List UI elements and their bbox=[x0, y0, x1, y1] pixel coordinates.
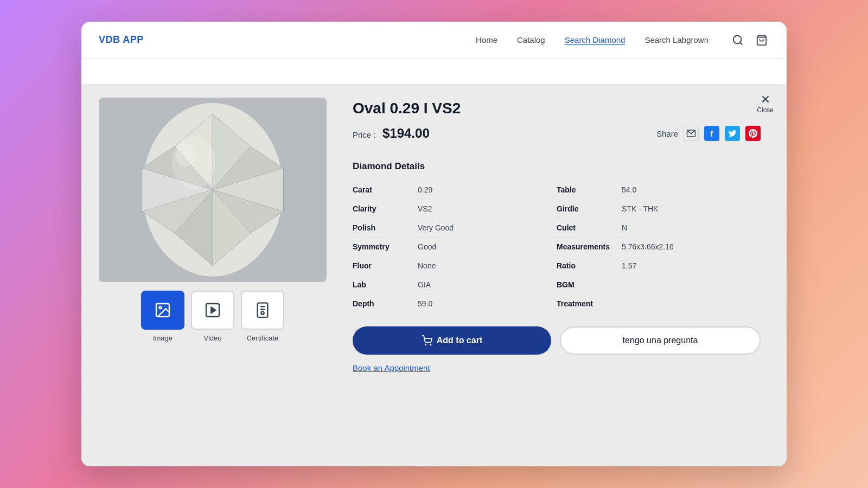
svg-point-23 bbox=[159, 306, 161, 309]
detail-clarity-label: Clarity bbox=[353, 204, 418, 213]
detail-table: Table 54.0 bbox=[557, 181, 761, 200]
details-grid: Carat 0.29 Clarity VS2 Polish Very Good bbox=[353, 181, 761, 313]
detail-bgm: BGM bbox=[557, 275, 761, 294]
share-label: Share bbox=[656, 129, 678, 138]
tab-image-btn[interactable] bbox=[141, 291, 184, 330]
diamond-title: Oval 0.29 I VS2 bbox=[353, 100, 761, 117]
diamond-image-svg bbox=[99, 98, 327, 282]
svg-point-31 bbox=[425, 344, 426, 345]
detail-polish-label: Polish bbox=[353, 223, 418, 232]
tab-image-label: Image bbox=[153, 334, 173, 342]
tab-certificate[interactable]: Certificate bbox=[241, 291, 284, 342]
detail-carat-label: Carat bbox=[353, 185, 418, 194]
media-tabs: Image Video bbox=[141, 291, 284, 342]
share-email-icon[interactable] bbox=[684, 126, 699, 141]
detail-fluor: Fluor None bbox=[353, 256, 557, 275]
detail-table-label: Table bbox=[557, 185, 622, 194]
tab-video[interactable]: Video bbox=[191, 291, 234, 342]
product-content: Image Video bbox=[81, 85, 787, 466]
detail-fluor-value: None bbox=[418, 261, 436, 270]
share-pinterest-icon[interactable] bbox=[745, 126, 761, 141]
detail-ratio-value: 1.57 bbox=[622, 261, 636, 270]
appointment-link[interactable]: Book an Appointment bbox=[353, 363, 430, 373]
action-row: Add to cart tengo una pregunta bbox=[353, 326, 761, 355]
detail-measurements: Measurements 5.76x3.66x2.16 bbox=[557, 237, 761, 256]
detail-culet-label: Culet bbox=[557, 223, 622, 232]
tab-video-btn[interactable] bbox=[191, 291, 234, 330]
detail-treatment: Treatment bbox=[557, 294, 761, 313]
detail-depth-label: Depth bbox=[353, 299, 418, 308]
svg-marker-25 bbox=[211, 307, 215, 313]
svg-point-29 bbox=[261, 312, 264, 314]
details-right-column: Table 54.0 Girdle STK - THK Culet N bbox=[557, 181, 761, 313]
detail-symmetry: Symmetry Good bbox=[353, 237, 557, 256]
search-icon[interactable] bbox=[730, 33, 745, 48]
svg-rect-26 bbox=[258, 303, 268, 318]
close-label: Close bbox=[757, 106, 774, 114]
tab-video-label: Video bbox=[203, 334, 221, 342]
detail-measurements-label: Measurements bbox=[557, 242, 622, 251]
svg-point-32 bbox=[430, 344, 431, 345]
detail-measurements-value: 5.76x3.66x2.16 bbox=[622, 242, 674, 251]
detail-depth-value: 59.0 bbox=[418, 299, 432, 308]
details-left-column: Carat 0.29 Clarity VS2 Polish Very Good bbox=[353, 181, 557, 313]
svg-line-1 bbox=[740, 42, 742, 44]
navigation: Home Catalog Search Diamond Search Labgr… bbox=[476, 35, 709, 44]
detail-polish: Polish Very Good bbox=[353, 219, 557, 237]
price-label: Price : bbox=[353, 130, 376, 139]
detail-fluor-label: Fluor bbox=[353, 261, 418, 270]
detail-symmetry-value: Good bbox=[418, 242, 436, 251]
detail-polish-value: Very Good bbox=[418, 223, 454, 232]
sub-header bbox=[81, 59, 787, 85]
question-button[interactable]: tengo una pregunta bbox=[560, 326, 761, 355]
svg-point-0 bbox=[733, 35, 742, 43]
detail-girdle-value: STK - THK bbox=[622, 204, 658, 213]
share-twitter-icon[interactable] bbox=[725, 126, 740, 141]
detail-clarity: Clarity VS2 bbox=[353, 200, 557, 219]
detail-clarity-value: VS2 bbox=[418, 204, 432, 213]
nav-home[interactable]: Home bbox=[476, 35, 497, 44]
tab-certificate-btn[interactable] bbox=[241, 291, 284, 330]
header: VDB APP Home Catalog Search Diamond Sear… bbox=[81, 22, 787, 59]
tab-certificate-label: Certificate bbox=[247, 334, 279, 342]
detail-carat: Carat 0.29 bbox=[353, 181, 557, 200]
price-value: $194.00 bbox=[382, 126, 430, 140]
share-area: Share f bbox=[656, 126, 761, 141]
detail-culet-value: N bbox=[622, 223, 627, 232]
cart-icon[interactable] bbox=[754, 33, 769, 48]
right-panel: Oval 0.29 I VS2 Price : $194.00 Share bbox=[353, 98, 769, 453]
detail-lab: Lab GIA bbox=[353, 275, 557, 294]
diamond-image bbox=[99, 98, 327, 282]
add-to-cart-label: Add to cart bbox=[437, 336, 482, 345]
nav-search-labgrown[interactable]: Search Labgrown bbox=[644, 35, 709, 44]
share-facebook-icon[interactable]: f bbox=[704, 126, 719, 141]
header-icons bbox=[730, 33, 769, 48]
detail-lab-label: Lab bbox=[353, 280, 418, 289]
price-share-row: Price : $194.00 Share f bbox=[353, 126, 761, 150]
close-button[interactable]: Close bbox=[757, 93, 774, 114]
tab-image[interactable]: Image bbox=[141, 291, 184, 342]
details-title: Diamond Details bbox=[353, 161, 761, 172]
add-to-cart-button[interactable]: Add to cart bbox=[353, 326, 551, 355]
main-content: Close bbox=[81, 85, 787, 466]
question-label: tengo una pregunta bbox=[623, 336, 698, 345]
detail-depth: Depth 59.0 bbox=[353, 294, 557, 313]
svg-point-21 bbox=[176, 143, 195, 166]
diamond-details-section: Diamond Details Carat 0.29 Clarity VS2 bbox=[353, 161, 761, 313]
detail-lab-value: GIA bbox=[418, 280, 431, 289]
nav-catalog[interactable]: Catalog bbox=[517, 35, 545, 44]
price-area: Price : $194.00 bbox=[353, 126, 430, 141]
detail-treatment-label: Treatment bbox=[557, 299, 622, 308]
detail-table-value: 54.0 bbox=[622, 185, 636, 194]
detail-symmetry-label: Symmetry bbox=[353, 242, 418, 251]
detail-girdle-label: Girdle bbox=[557, 204, 622, 213]
detail-ratio-label: Ratio bbox=[557, 261, 622, 270]
detail-culet: Culet N bbox=[557, 219, 761, 237]
detail-girdle: Girdle STK - THK bbox=[557, 200, 761, 219]
left-panel: Image Video bbox=[99, 98, 327, 453]
detail-bgm-label: BGM bbox=[557, 280, 622, 289]
detail-carat-value: 0.29 bbox=[418, 185, 432, 194]
logo: VDB APP bbox=[99, 34, 144, 46]
detail-ratio: Ratio 1.57 bbox=[557, 256, 761, 275]
nav-search-diamond[interactable]: Search Diamond bbox=[565, 35, 626, 44]
